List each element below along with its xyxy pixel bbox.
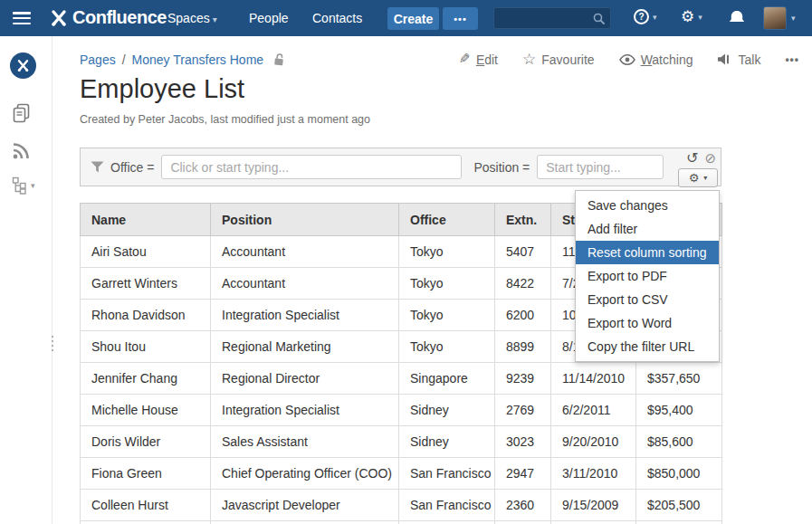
cell-position: Integration Specialist [211,395,399,426]
cell-name: Garrett Winters [81,268,211,300]
navbar-search[interactable] [493,7,611,29]
cell-office: San Francisco [399,458,495,490]
favourite-button[interactable]: ☆ Favourite [522,52,595,67]
chevron-down-icon: ▾ [213,14,217,24]
watching-button[interactable]: Watching [619,52,693,67]
unrestricted-lock-icon[interactable] [273,52,285,66]
cell-extn: 6200 [495,300,551,331]
filter-menu-item[interactable]: Save changes [576,194,719,217]
gear-icon: ⚙ [689,172,700,184]
nav-people[interactable]: People [249,11,289,25]
user-menu[interactable]: ▾ [763,6,796,30]
create-button[interactable]: Create [387,7,439,30]
talk-speaker-icon [717,53,732,65]
space-sidebar: ▾ [0,36,53,524]
breadcrumb-separator: / [122,52,126,67]
filter-toolbar: Office = Position = ↺ ⊘ ⚙ ▾ [80,148,721,186]
talk-button[interactable]: Talk [717,52,760,67]
filter-menu-item[interactable]: Copy the filter URL [576,335,719,358]
cell-extn: 8899 [495,331,551,363]
page-tree-icon[interactable]: ▾ [12,176,35,195]
cell-extn: 5407 [495,236,551,268]
page-title: Employee List [80,74,244,104]
position-filter-input[interactable] [537,155,664,179]
cell-start-date: 9/20/2010 [551,426,636,458]
navbar-more-button[interactable]: ••• [443,7,478,30]
top-navbar: Confluence Spaces▾ People Contacts Creat… [0,0,812,36]
page-actions: ✎ Edit ☆ Favourite Watching [459,52,799,67]
filter-menu-item[interactable]: Add filter [576,217,719,241]
breadcrumb-space-link[interactable]: Money Transfers Home [132,52,264,67]
cell-position: Integration Specialist [211,300,399,331]
cell-position: Javascript Developer [211,490,399,521]
cell-extn: 2360 [495,490,551,521]
table-row-clipped [81,521,722,524]
table-row: Jennifer Chang Regional Director Singapo… [81,363,722,395]
page-byline: Created by Peter Jacobs, last modified j… [80,113,370,126]
cell-position: Accountant [211,236,399,268]
column-header[interactable]: Extn. [495,204,551,236]
nav-spaces[interactable]: Spaces▾ [167,11,217,25]
edit-button[interactable]: ✎ Edit [459,52,498,67]
help-icon: ? [634,9,649,24]
help-menu[interactable]: ? ▾ [634,9,657,24]
pencil-icon: ✎ [459,52,471,66]
table-row: Fiona Green Chief Operating Officer (COO… [81,458,722,490]
office-filter-label: Office = [110,160,154,175]
cell-name: Michelle House [81,395,211,426]
undo-icon[interactable]: ↺ [686,151,698,166]
settings-menu[interactable]: ⚙ ▾ [681,9,702,24]
cell-position: Chief Operating Officer (COO) [211,458,399,490]
space-logo[interactable] [10,52,36,79]
table-row: Colleen Hurst Javascript Developer San F… [81,490,722,521]
gear-icon: ⚙ [681,9,694,24]
cell-start-date: 3/11/2010 [551,458,636,490]
cell-position: Regional Director [211,363,399,395]
cell-salary: $850,000 [636,458,722,490]
search-input[interactable] [494,12,593,24]
column-header[interactable]: Office [399,204,495,236]
filter-menu-item[interactable]: Export to Word [576,311,719,335]
table-row: Michelle House Integration Specialist Si… [81,395,722,426]
cell-extn: 2947 [495,458,551,490]
cell-start-date: 9/15/2009 [551,490,636,521]
cell-position: Regional Marketing [211,331,399,363]
cell-office: Tokyo [399,300,495,331]
notifications-button[interactable] [728,10,746,25]
column-header[interactable]: Position [211,204,399,236]
table-row: Doris Wilder Sales Assistant Sidney 3023… [81,426,722,458]
cell-office: Tokyo [399,331,495,363]
eye-icon [619,54,635,65]
column-header[interactable]: Name [81,204,211,236]
filter-funnel-icon [91,161,104,173]
blog-rss-icon[interactable] [12,142,30,160]
position-filter-label: Position = [473,160,530,175]
confluence-logo[interactable]: Confluence [50,7,167,28]
filter-settings-button[interactable]: ⚙ ▾ [678,168,718,187]
breadcrumb: Pages / Money Transfers Home [80,52,285,67]
cell-salary: $205,500 [636,490,722,521]
filter-menu-item[interactable]: Export to PDF [576,264,719,288]
star-icon: ☆ [522,52,536,67]
filter-menu-item[interactable]: Reset column sorting [576,241,719,264]
cell-position: Sales Assistant [211,426,399,458]
cell-extn: 9239 [495,363,551,395]
office-filter-input[interactable] [161,155,462,179]
chevron-down-icon: ▾ [703,174,707,182]
cell-office: Sidney [399,426,495,458]
nav-contacts[interactable]: Contacts [312,11,362,25]
brand-name: Confluence [72,7,167,28]
filter-menu-item[interactable]: Export to CSV [576,288,719,311]
filter-tools: ↺ ⊘ ⚙ ▾ [678,149,718,187]
cell-extn: 2769 [495,395,551,426]
breadcrumb-pages-link[interactable]: Pages [80,52,116,67]
hamburger-menu-icon[interactable] [13,12,31,24]
chevron-down-icon: ▾ [653,13,657,22]
cell-position: Accountant [211,268,399,300]
cell-name: Airi Satou [81,236,211,268]
chevron-down-icon: ▾ [698,13,702,22]
clear-filters-icon[interactable]: ⊘ [704,152,716,166]
pages-icon[interactable] [12,103,31,123]
cell-extn: 3023 [495,426,551,458]
page-more-button[interactable]: ••• [785,53,799,66]
